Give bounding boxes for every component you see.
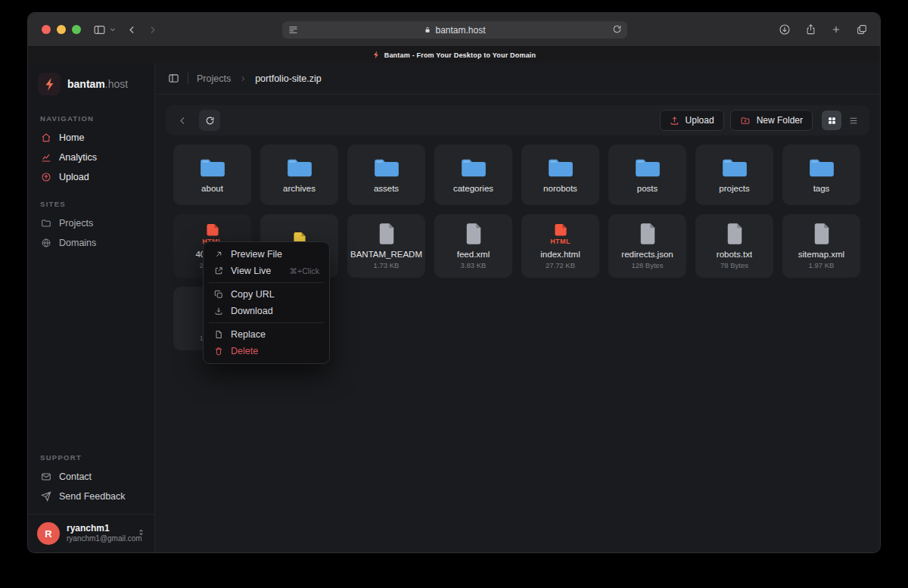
upload-icon: [670, 116, 679, 126]
menu-item-preview-file[interactable]: Preview File: [207, 246, 325, 263]
document-icon: [465, 222, 483, 245]
file-card[interactable]: HTML index.html 27.72 KB: [521, 214, 599, 278]
file-card[interactable]: feed.xml 3.83 KB: [434, 214, 512, 278]
refresh-button[interactable]: [199, 110, 220, 131]
sidebar-item-label: Upload: [59, 172, 89, 182]
traffic-lights: [42, 25, 81, 34]
folder-icon: [721, 157, 748, 178]
menu-divider: [209, 322, 324, 323]
sidebar-item-label: Analytics: [59, 152, 97, 163]
collapse-sidebar-icon[interactable]: [168, 73, 179, 84]
folder-card[interactable]: norobots: [521, 145, 599, 205]
file-name: index.html: [540, 250, 580, 259]
menu-item-label: Copy URL: [231, 289, 275, 300]
folder-card[interactable]: assets: [347, 145, 425, 205]
chevron-down-icon[interactable]: [109, 26, 117, 33]
menu-item-delete[interactable]: Delete: [207, 343, 325, 359]
address-bar[interactable]: bantam.host: [282, 21, 627, 39]
browser-back-button[interactable]: [127, 25, 137, 35]
sidebar-item-contact[interactable]: Contact: [28, 467, 154, 487]
reader-view-icon[interactable]: [288, 24, 299, 36]
folder-icon: [808, 157, 835, 178]
banner-text: Bantam - From Your Desktop to Your Domai…: [384, 51, 536, 59]
menu-divider: [209, 282, 324, 283]
download-icon: [213, 306, 224, 316]
sidebar-item-label: Projects: [59, 218, 93, 229]
zoom-window-button[interactable]: [72, 25, 81, 34]
folder-icon: [286, 157, 313, 178]
user-name: ryanchm1: [67, 523, 130, 534]
menu-item-copy-url[interactable]: Copy URL: [207, 286, 325, 303]
folder-name: norobots: [543, 184, 577, 193]
file-size: 1.97 KB: [809, 261, 835, 269]
breadcrumb-root[interactable]: Projects: [197, 73, 231, 84]
folder-icon: [634, 157, 661, 178]
file-size: 27.72 KB: [546, 261, 575, 269]
menu-item-label: Download: [231, 306, 273, 316]
file-replace-icon: [213, 330, 224, 339]
home-icon: [40, 132, 51, 143]
html-file-icon: [553, 223, 568, 237]
brand-tld: .host: [105, 78, 128, 90]
browser-sidebar-icon[interactable]: [93, 23, 106, 36]
arrow-up-right-icon: [213, 250, 224, 259]
sidebar-item-label: Domains: [59, 238, 96, 248]
menu-item-download[interactable]: Download: [207, 303, 325, 319]
browser-chrome: bantam.host: [28, 13, 880, 46]
file-size: 128 Bytes: [631, 261, 663, 269]
file-card[interactable]: robots.txt 78 Bytes: [695, 214, 773, 278]
back-button[interactable]: [172, 110, 193, 131]
folder-card[interactable]: tags: [782, 145, 860, 205]
close-window-button[interactable]: [42, 25, 51, 34]
file-toolbar: Upload New Folder: [166, 105, 869, 135]
section-label-navigation: NAVIGATION: [28, 101, 154, 128]
user-menu[interactable]: R ryanchm1 ryanchm1@gmail.com: [28, 514, 154, 553]
sidebar-item-analytics[interactable]: Analytics: [28, 148, 154, 167]
sidebar-item-home[interactable]: Home: [28, 128, 154, 148]
new-tab-icon[interactable]: [831, 24, 841, 35]
downloads-icon[interactable]: [779, 23, 791, 36]
sidebar-item-domains[interactable]: Domains: [28, 233, 154, 253]
file-card[interactable]: sitemap.xml 1.97 KB: [782, 214, 860, 278]
menu-item-label: Replace: [231, 329, 266, 340]
folder-name: about: [201, 184, 223, 193]
folder-name: projects: [719, 184, 749, 193]
folder-name: categories: [453, 184, 493, 193]
folder-card[interactable]: posts: [608, 145, 686, 205]
document-icon: [726, 222, 744, 245]
folder-card[interactable]: projects: [695, 145, 773, 205]
minimize-window-button[interactable]: [57, 25, 66, 34]
sidebar-item-upload[interactable]: Upload: [28, 167, 154, 187]
grid-view-button[interactable]: [822, 110, 841, 130]
sidebar: bantam.host NAVIGATION Home Analytics: [28, 63, 155, 553]
document-icon: [813, 222, 831, 245]
list-view-button[interactable]: [844, 110, 863, 130]
folder-icon: [547, 157, 574, 178]
tab-overview-icon[interactable]: [856, 23, 868, 36]
brand[interactable]: bantam.host: [28, 63, 154, 101]
reload-icon[interactable]: [612, 24, 622, 34]
folder-card[interactable]: archives: [260, 145, 338, 205]
view-toggle: [822, 110, 863, 130]
folder-card[interactable]: about: [173, 145, 251, 205]
menu-item-replace[interactable]: Replace: [207, 326, 325, 343]
bantam-logo-icon: [38, 73, 61, 95]
file-size: 1.73 KB: [374, 261, 400, 269]
new-folder-button[interactable]: New Folder: [730, 110, 813, 131]
share-icon[interactable]: [805, 23, 816, 36]
folder-card[interactable]: categories: [434, 145, 512, 205]
bantam-logo-icon: [372, 51, 380, 59]
folder-icon: [40, 218, 51, 229]
section-label-support: SUPPORT: [28, 440, 154, 467]
sidebar-item-projects[interactable]: Projects: [28, 213, 154, 233]
new-folder-button-label: New Folder: [757, 115, 803, 126]
upload-button[interactable]: Upload: [660, 110, 724, 131]
sidebar-item-send-feedback[interactable]: Send Feedback: [28, 487, 154, 506]
brand-name: bantam: [67, 78, 105, 90]
menu-item-label: Preview File: [231, 249, 282, 260]
file-card[interactable]: BANTAM_READM... 1.73 KB: [347, 214, 425, 278]
menu-item-view-live[interactable]: View Live ⌘+Click: [207, 263, 325, 279]
lock-icon: [424, 26, 431, 34]
file-card[interactable]: redirects.json 128 Bytes: [608, 214, 686, 278]
copy-icon: [213, 290, 224, 299]
